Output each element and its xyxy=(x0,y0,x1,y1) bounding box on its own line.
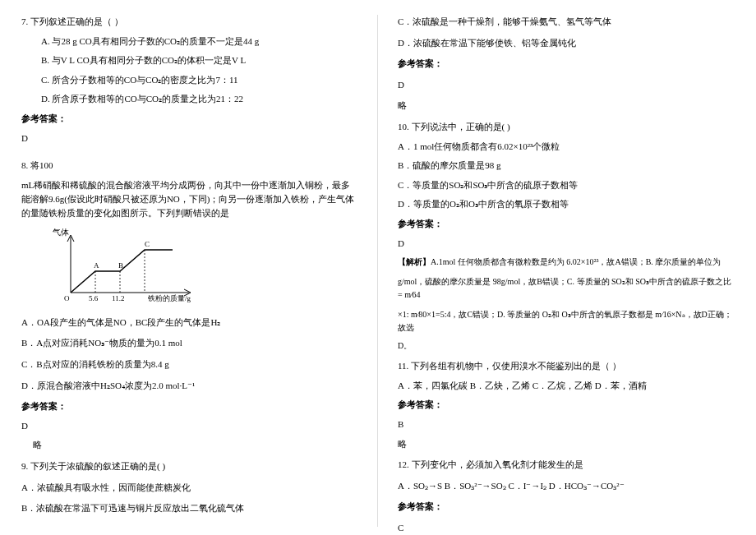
chart-origin: O xyxy=(64,294,70,302)
page: 7. 下列叙述正确的是（ ） A. 与28 g CO具有相同分子数的CO₂的质量… xyxy=(0,0,756,535)
q8-option-b: B．A点对应消耗NO₃⁻物质的量为0.1 mol xyxy=(21,336,357,351)
q9-stem: 9. 下列关于浓硫酸的叙述正确的是( ) xyxy=(21,459,357,474)
q12-answer-label: 参考答案： xyxy=(398,500,735,514)
q7-option-a: A. 与28 g CO具有相同分子数的CO₂的质量不一定是44 g xyxy=(21,35,357,49)
q10-option-d: D．等质量的O₂和O₃中所含的氧原子数相等 xyxy=(398,197,735,212)
chart-y-label: 气体 xyxy=(53,228,69,237)
q9-option-b: B．浓硫酸在常温下可迅速与铜片反应放出二氧化硫气体 xyxy=(21,501,357,516)
q9-answer: D xyxy=(398,78,735,93)
q8-explanation: 略 xyxy=(21,438,357,453)
q10-exp-1: 【解析】A.1mol 任何物质都含有微粒数是约为 6.02×10²³，故A错误；… xyxy=(398,256,735,269)
q7-answer-label: 参考答案： xyxy=(21,112,357,127)
q9-answer-label: 参考答案： xyxy=(398,57,735,71)
q10-answer-label: 参考答案： xyxy=(398,217,735,232)
q8-option-a: A．OA段产生的气体是NO，BC段产生的气体是H₂ xyxy=(21,316,357,330)
q11-answer-label: 参考答案： xyxy=(398,398,735,413)
q8-stem-1: 8. 将100 xyxy=(21,159,357,173)
q8-stem-2: mL稀硝酸和稀硫酸的混合酸溶液平均分成两份，向其中一份中逐渐加入铜粉，最多能溶解… xyxy=(21,178,357,220)
chart-tick-5-6: 5.6 xyxy=(89,294,99,302)
q8-option-d: D．原混合酸溶液中H₂SO₄浓度为2.0 mol·L⁻¹ xyxy=(21,379,357,394)
chart-x-label: 铁粉的质量/g xyxy=(147,294,191,302)
q12-answer: C xyxy=(398,521,735,535)
q12-stem: 12. 下列变化中，必须加入氧化剂才能发生的是 xyxy=(398,458,735,473)
chart-svg: 气体 A B C O 5.6 11.2 铁粉的质量/g xyxy=(48,225,204,307)
q11-stem: 11. 下列各组有机物中，仅使用溴水不能鉴别出的是（ ） xyxy=(398,359,735,374)
q10-option-b: B．硫酸的摩尔质量是98 g xyxy=(398,159,735,173)
q7-option-b: B. 与V L CO具有相同分子数的CO₂的体积一定是V L xyxy=(21,53,357,68)
q9-option-d: D．浓硫酸在常温下能够使铁、铝等金属钝化 xyxy=(398,36,735,51)
q10-stem: 10. 下列说法中，正确的是( ) xyxy=(398,120,735,135)
chart-point-c: C xyxy=(145,240,150,248)
q10-exp-4: D。 xyxy=(398,339,735,353)
q11-explanation: 略 xyxy=(398,437,735,452)
q10-exp-2: g/mol，硫酸的摩尔质量是 98g/mol，故B错误；C. 等质量的 SO₂和… xyxy=(398,275,735,302)
q12-options: A．SO₂→S B．SO₃²⁻→SO₂ C．I⁻→I₂ D．HCO₃⁻→CO₃²… xyxy=(398,479,735,494)
q8-option-c: C．B点对应的消耗铁粉的质量为8.4 g xyxy=(21,357,357,372)
q9-option-c: C．浓硫酸是一种干燥剂，能够干燥氨气、氢气等气体 xyxy=(398,15,735,30)
q11-options: A．苯，四氯化碳 B．乙炔，乙烯 C．乙烷，乙烯 D．苯，酒精 xyxy=(398,379,735,394)
q7-stem: 7. 下列叙述正确的是（ ） xyxy=(21,15,357,30)
q10-option-a: A．1 mol任何物质都含有6.02×10²³个微粒 xyxy=(398,140,735,155)
q8-answer: D xyxy=(21,419,357,434)
q9-explanation: 略 xyxy=(398,99,735,113)
q10-option-c: C．等质量的SO₂和SO₃中所含的硫原子数相等 xyxy=(398,178,735,193)
q8-answer-label: 参考答案： xyxy=(21,399,357,414)
q7-option-d: D. 所含原子数相等的CO与CO₂的质量之比为21：22 xyxy=(21,92,357,107)
right-column: C．浓硫酸是一种干燥剂，能够干燥氨气、氢气等气体 D．浓硫酸在常温下能够使铁、铝… xyxy=(378,15,735,527)
q7-option-c: C. 所含分子数相等的CO与CO₂的密度之比为7：11 xyxy=(21,73,357,88)
chart-point-a: A xyxy=(94,261,99,270)
chart-point-b: B xyxy=(118,261,123,270)
q10-answer: D xyxy=(398,237,735,251)
q7-answer: D xyxy=(21,131,357,146)
q11-answer: B xyxy=(398,417,735,432)
left-column: 7. 下列叙述正确的是（ ） A. 与28 g CO具有相同分子数的CO₂的质量… xyxy=(21,15,378,527)
q8-chart: 气体 A B C O 5.6 11.2 铁粉的质量/g xyxy=(48,225,357,307)
q9-option-a: A．浓硫酸具有吸水性，因而能使蔗糖炭化 xyxy=(21,481,357,496)
chart-tick-11-2: 11.2 xyxy=(112,294,124,302)
q10-exp-3: ×1: m⁄80×1=5:4，故C错误；D. 等质量的 O₂和 O₃中所含的氧原… xyxy=(398,308,735,334)
